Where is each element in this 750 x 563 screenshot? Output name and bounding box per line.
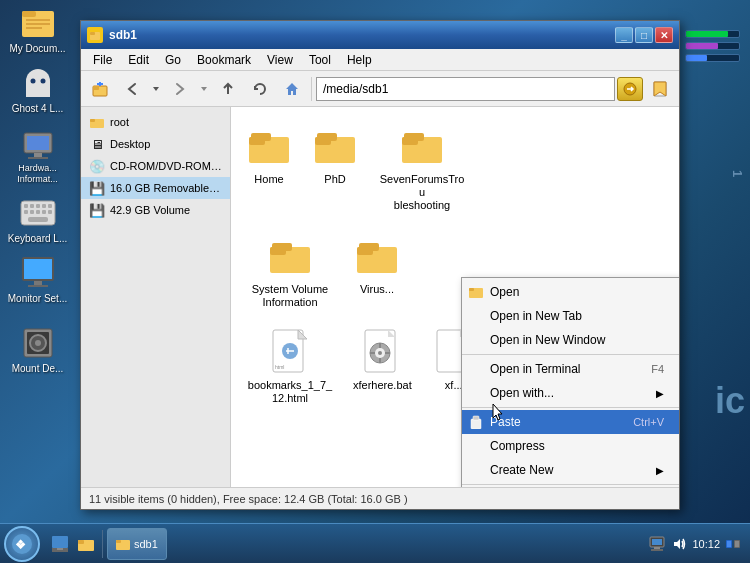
up-button[interactable] xyxy=(213,75,243,103)
forward-button[interactable] xyxy=(165,75,195,103)
file-item-phd[interactable]: PhD xyxy=(307,117,363,217)
close-button[interactable]: ✕ xyxy=(655,27,673,43)
sidebar-item-42gb-label: 42.9 GB Volume xyxy=(110,204,190,216)
desktop-icon-mydocuments[interactable]: My Docum... xyxy=(5,5,70,55)
ctx-open-with-label: Open with... xyxy=(490,386,554,400)
svg-rect-92 xyxy=(651,549,663,551)
svg-rect-18 xyxy=(48,204,52,208)
svg-rect-12 xyxy=(28,157,48,159)
svg-rect-54 xyxy=(272,243,292,251)
file-item-sevenforums-label: SevenForumsTroubleshooting xyxy=(377,173,467,213)
sidebar-item-cdrom[interactable]: 💿 CD-ROM/DVD-ROM Dr xyxy=(81,155,230,177)
compress-icon xyxy=(468,438,484,454)
desktop-icon-label: Monitor Set... xyxy=(8,293,67,305)
ctx-separator-1 xyxy=(462,354,679,355)
menu-edit[interactable]: Edit xyxy=(120,51,157,69)
clock-time: 10:12 xyxy=(692,538,720,550)
desktop-icon-label: Ghost 4 L... xyxy=(12,103,64,115)
svg-text:html: html xyxy=(275,364,284,370)
menu-go[interactable]: Go xyxy=(157,51,189,69)
file-item-virus-label: Virus... xyxy=(360,283,394,296)
ctx-open-terminal[interactable]: Open in Terminal F4 xyxy=(462,357,679,381)
file-item-sysvolinfo[interactable]: System Volume Information xyxy=(241,227,339,313)
ctx-paste-shortcut: Ctrl+V xyxy=(633,416,664,428)
refresh-button[interactable] xyxy=(245,75,275,103)
file-area[interactable]: Home PhD xyxy=(231,107,679,487)
start-button[interactable]: ❖ xyxy=(4,526,40,562)
system-tray: 10:12 xyxy=(640,535,750,553)
new-tab-button[interactable] xyxy=(85,75,115,103)
home-button[interactable] xyxy=(277,75,307,103)
right-panel-bars xyxy=(685,30,745,66)
sidebar: root 🖥 Desktop 💿 CD-ROM/DVD-ROM Dr 💾 16.… xyxy=(81,107,231,487)
svg-rect-95 xyxy=(727,541,731,547)
svg-rect-48 xyxy=(317,133,337,141)
file-item-sevenforums[interactable]: SevenForumsTroubleshooting xyxy=(373,117,471,217)
ctx-open[interactable]: Open xyxy=(462,280,679,304)
network-activity-icon[interactable] xyxy=(724,535,742,553)
sidebar-item-root[interactable]: root xyxy=(81,111,230,133)
maximize-button[interactable]: □ xyxy=(635,27,653,43)
sidebar-item-42gb[interactable]: 💾 42.9 GB Volume xyxy=(81,199,230,221)
volume-icon[interactable] xyxy=(670,535,688,553)
forward-dropdown[interactable] xyxy=(197,75,211,103)
svg-rect-15 xyxy=(30,204,34,208)
ctx-create-new[interactable]: Create New ▶ xyxy=(462,458,679,482)
root-icon xyxy=(89,114,105,130)
back-button[interactable] xyxy=(117,75,147,103)
file-item-phd-label: PhD xyxy=(324,173,345,186)
network-icon[interactable] xyxy=(648,535,666,553)
desktop-icon-label: Hardwa...Informat... xyxy=(17,163,58,185)
bookmarks-button[interactable] xyxy=(645,75,675,103)
menu-bookmark[interactable]: Bookmark xyxy=(189,51,259,69)
menu-tool[interactable]: Tool xyxy=(301,51,339,69)
desktop-icon-monitor[interactable]: Monitor Set... xyxy=(5,255,70,305)
keyboard-icon xyxy=(20,195,56,231)
desktop-icon-hardware[interactable]: Hardwa...Informat... xyxy=(5,125,70,185)
file-item-bookmarks[interactable]: html bookmarks_1_7_12.html xyxy=(241,323,339,409)
sevenforums-folder-icon xyxy=(398,121,446,169)
address-input[interactable] xyxy=(316,77,615,101)
toolbar-separator xyxy=(311,77,312,101)
file-manager-window: sdb1 _ □ ✕ File Edit Go Bookmark View To… xyxy=(80,20,680,510)
go-button[interactable] xyxy=(617,77,643,101)
ctx-open-new-tab[interactable]: Open in New Tab xyxy=(462,304,679,328)
desktop-icon-ghost[interactable]: Ghost 4 L... xyxy=(5,65,70,115)
menu-view[interactable]: View xyxy=(259,51,301,69)
minimize-button[interactable]: _ xyxy=(615,27,633,43)
desktop-sidebar-icon: 🖥 xyxy=(89,136,105,152)
desktop-icon-keyboard[interactable]: Keyboard L... xyxy=(5,195,70,245)
ctx-open-new-window[interactable]: Open in New Window xyxy=(462,328,679,352)
content-area: root 🖥 Desktop 💿 CD-ROM/DVD-ROM Dr 💾 16.… xyxy=(81,107,679,487)
taskbar-sdb1[interactable]: sdb1 xyxy=(107,528,167,560)
svg-rect-26 xyxy=(24,259,52,279)
ctx-terminal-shortcut: F4 xyxy=(651,363,664,375)
decorative-text: ic xyxy=(715,380,745,422)
sidebar-item-desktop[interactable]: 🖥 Desktop xyxy=(81,133,230,155)
menu-help[interactable]: Help xyxy=(339,51,380,69)
sidebar-item-16gb[interactable]: 💾 16.0 GB Removable Vo xyxy=(81,177,230,199)
svg-rect-77 xyxy=(469,288,474,291)
file-item-virus[interactable]: Virus... xyxy=(349,227,405,313)
ctx-compress[interactable]: Compress xyxy=(462,434,679,458)
right-label: 1 xyxy=(730,170,745,177)
svg-rect-20 xyxy=(30,210,34,214)
svg-rect-36 xyxy=(93,86,99,90)
bar-3 xyxy=(685,54,745,62)
file-item-xferhere[interactable]: xferhere.bat xyxy=(349,323,416,409)
svg-rect-24 xyxy=(28,217,48,222)
file-item-sysvolinfo-label: System Volume Information xyxy=(245,283,335,309)
status-bar: 11 visible items (0 hidden), Free space:… xyxy=(81,487,679,509)
menu-file[interactable]: File xyxy=(85,51,120,69)
svg-rect-27 xyxy=(34,281,42,285)
mount-icon xyxy=(20,325,56,361)
back-dropdown[interactable] xyxy=(149,75,163,103)
file-item-home[interactable]: Home xyxy=(241,117,297,217)
filemanager-quicklaunch[interactable] xyxy=(74,530,98,558)
svg-rect-23 xyxy=(48,210,52,214)
monitor-icon xyxy=(20,255,56,291)
new-tab-ctx-icon xyxy=(468,308,484,324)
show-desktop-btn[interactable] xyxy=(48,530,72,558)
desktop-icon-mount[interactable]: Mount De... xyxy=(5,325,70,375)
svg-rect-19 xyxy=(24,210,28,214)
